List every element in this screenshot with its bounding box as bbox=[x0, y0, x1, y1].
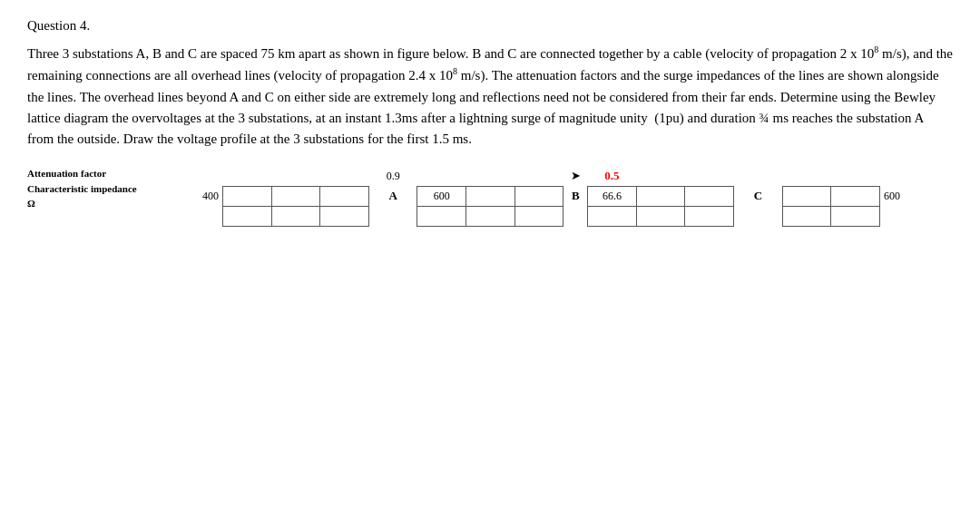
diagram-section: Attenuation factor Characteristic impeda… bbox=[27, 166, 953, 227]
attenuation-label: Attenuation factor bbox=[27, 166, 145, 181]
node-b-label: B bbox=[564, 186, 588, 206]
main-line-row: 400 A 600 B 66.6 bbox=[150, 186, 953, 206]
diagram-row-labels: Attenuation factor Characteristic impeda… bbox=[27, 166, 150, 227]
transmission-line-table: 0.9 ➤ 0.5 400 bbox=[150, 166, 953, 227]
ab-impedance: 600 bbox=[417, 186, 466, 206]
left-impedance: 400 bbox=[150, 186, 222, 206]
bc-impedance: 66.6 bbox=[588, 186, 637, 206]
node-c-label: C bbox=[734, 186, 783, 206]
top-values-row: 0.9 ➤ 0.5 bbox=[150, 166, 953, 186]
bc-attenuation: 0.5 bbox=[588, 166, 637, 186]
diagram-right-section: 0.9 ➤ 0.5 400 bbox=[150, 166, 953, 227]
question-body: Three 3 substations A, B and C are space… bbox=[27, 43, 953, 150]
bc-arrow: ➤ bbox=[564, 166, 588, 186]
ab-attenuation: 0.9 bbox=[368, 166, 417, 186]
bottom-row bbox=[150, 206, 953, 226]
question-title: Question 4. bbox=[27, 18, 953, 34]
right-impedance: 600 bbox=[879, 186, 953, 206]
node-a-label: A bbox=[368, 186, 417, 206]
question-container: Question 4. Three 3 substations A, B and… bbox=[27, 18, 953, 227]
impedance-label: Characteristic impedance Ω bbox=[27, 181, 145, 211]
